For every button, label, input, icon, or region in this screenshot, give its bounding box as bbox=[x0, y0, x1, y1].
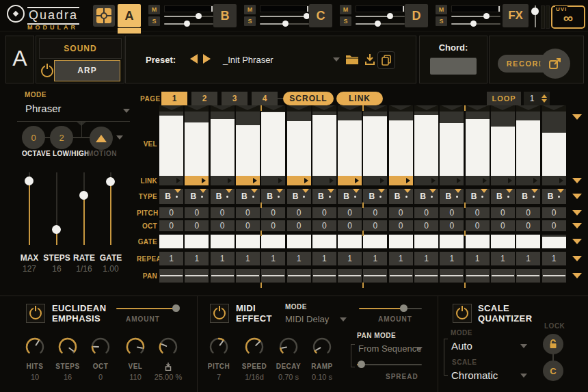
channel-D-tab[interactable]: D bbox=[405, 4, 428, 27]
quantizer-scale-caret[interactable] bbox=[520, 374, 527, 378]
pan-mode-dropdown[interactable]: From Sequence bbox=[358, 343, 422, 354]
mode-dropdown[interactable]: Phraser bbox=[25, 103, 62, 114]
preset-next-button[interactable] bbox=[203, 54, 211, 64]
vel-column-step-6[interactable] bbox=[287, 112, 311, 176]
repeat-cell-step-12[interactable]: 1 bbox=[440, 252, 464, 265]
midi-pitch-knob[interactable]: PITCH7 bbox=[200, 337, 238, 381]
pan-cell-step-8[interactable] bbox=[338, 269, 362, 283]
root-note-button[interactable]: C bbox=[543, 361, 563, 381]
link-cell-step-9[interactable] bbox=[363, 176, 387, 185]
gate-cell-step-14[interactable] bbox=[491, 235, 515, 248]
channel-A-volume-slider[interactable] bbox=[164, 13, 213, 20]
repeat-cell-step-5[interactable]: 1 bbox=[261, 252, 285, 265]
page-2-button[interactable]: 2 bbox=[191, 92, 217, 105]
repeat-cell-step-2[interactable]: 1 bbox=[185, 252, 209, 265]
channel-A-solo-button[interactable]: S bbox=[148, 16, 160, 26]
oct-cell-step-13[interactable]: 0 bbox=[466, 220, 490, 231]
quantizer-scale-dropdown[interactable]: Chromatic bbox=[451, 369, 498, 381]
type-cell-step-16[interactable]: B bbox=[542, 189, 566, 204]
preset-copy-button[interactable] bbox=[377, 51, 395, 69]
pan-cell-step-6[interactable] bbox=[287, 269, 311, 283]
modular-grid-button[interactable] bbox=[93, 5, 115, 27]
vel-bar-step-3[interactable] bbox=[211, 119, 235, 176]
oct-cell-step-14[interactable]: 0 bbox=[491, 220, 515, 231]
vel-bar-step-10[interactable] bbox=[389, 120, 413, 176]
spread-slider[interactable] bbox=[357, 361, 422, 368]
oct-cell-step-11[interactable]: 0 bbox=[414, 220, 438, 231]
pan-cell-step-16[interactable] bbox=[542, 269, 566, 283]
scale-quantizer-power-button[interactable] bbox=[453, 304, 472, 323]
vel-column-step-8[interactable] bbox=[338, 112, 362, 176]
midi-mode-dropdown[interactable]: MIDI Delay bbox=[285, 314, 329, 324]
repeat-cell-step-10[interactable]: 1 bbox=[389, 252, 413, 265]
channel-D-pan-slider[interactable] bbox=[451, 21, 500, 27]
repeat-cell-step-1[interactable]: 1 bbox=[159, 252, 183, 265]
pitch-cell-step-13[interactable]: 0 bbox=[466, 207, 490, 218]
vel-bar-step-12[interactable] bbox=[440, 123, 464, 176]
link-cell-step-10[interactable] bbox=[389, 176, 413, 185]
channel-B-tab[interactable]: B bbox=[213, 4, 237, 27]
vel-bar-step-7[interactable] bbox=[312, 115, 336, 176]
channel-D-solo-button[interactable]: S bbox=[436, 16, 447, 26]
pitch-cell-step-10[interactable]: 0 bbox=[389, 207, 413, 218]
vel-column-step-3[interactable] bbox=[211, 112, 235, 176]
motion-button[interactable] bbox=[90, 127, 113, 150]
vel-bar-step-11[interactable] bbox=[414, 115, 438, 176]
channel-B-volume-slider[interactable] bbox=[260, 13, 309, 20]
steps-slider[interactable] bbox=[51, 172, 62, 245]
repeat-cell-step-3[interactable]: 1 bbox=[211, 252, 235, 265]
channel-C-pan-slider[interactable] bbox=[356, 21, 405, 27]
link-cell-step-3[interactable] bbox=[211, 176, 235, 185]
pitch-cell-step-9[interactable]: 0 bbox=[363, 207, 387, 218]
gate-cell-step-9[interactable] bbox=[363, 235, 387, 248]
channel-A-mute-button[interactable]: M bbox=[148, 5, 160, 14]
gate-slider[interactable] bbox=[105, 172, 116, 245]
vel-bar-step-16[interactable] bbox=[542, 133, 566, 176]
pitch-cell-step-7[interactable]: 0 bbox=[312, 207, 336, 218]
euclidean-amount-slider[interactable] bbox=[116, 304, 176, 312]
gate-cell-step-15[interactable] bbox=[516, 235, 540, 248]
row-options-marker-4[interactable] bbox=[572, 223, 582, 228]
link-cell-step-14[interactable] bbox=[491, 176, 515, 185]
row-options-marker-5[interactable] bbox=[572, 239, 582, 244]
pan-cell-step-3[interactable] bbox=[211, 269, 235, 283]
type-cell-step-6[interactable]: B bbox=[287, 189, 311, 204]
channel-C-tab[interactable]: C bbox=[309, 4, 332, 27]
oct-cell-step-5[interactable]: 0 bbox=[261, 220, 285, 231]
pan-cell-step-4[interactable] bbox=[236, 269, 260, 283]
channel-C-mute-button[interactable]: M bbox=[340, 5, 351, 14]
scroll-button[interactable]: SCROLL bbox=[283, 92, 334, 105]
pitch-cell-step-11[interactable]: 0 bbox=[414, 207, 438, 218]
gate-cell-step-8[interactable] bbox=[338, 235, 362, 248]
type-cell-step-7[interactable]: B bbox=[312, 189, 336, 204]
octave-high-knob[interactable]: 2 bbox=[50, 126, 73, 149]
gate-cell-step-16[interactable] bbox=[542, 235, 566, 248]
vel-column-step-9[interactable] bbox=[363, 112, 387, 176]
oct-cell-step-6[interactable]: 0 bbox=[287, 220, 311, 231]
oct-cell-step-9[interactable]: 0 bbox=[363, 220, 387, 231]
quantizer-mode-caret[interactable] bbox=[520, 344, 527, 348]
max-slider[interactable] bbox=[24, 172, 35, 245]
pan-cell-step-2[interactable] bbox=[185, 269, 209, 283]
pan-mode-caret[interactable] bbox=[416, 347, 423, 351]
type-cell-step-8[interactable]: B bbox=[338, 189, 362, 204]
oct-cell-step-10[interactable]: 0 bbox=[389, 220, 413, 231]
vel-column-step-16[interactable] bbox=[542, 112, 566, 176]
link-cell-step-2[interactable] bbox=[185, 176, 209, 185]
vel-column-step-5[interactable] bbox=[261, 112, 285, 176]
row-options-marker-1[interactable] bbox=[572, 178, 582, 183]
repeat-cell-step-13[interactable]: 1 bbox=[466, 252, 490, 265]
pitch-cell-step-4[interactable]: 0 bbox=[236, 207, 260, 218]
pitch-cell-step-1[interactable]: 0 bbox=[159, 207, 183, 218]
vel-bar-step-5[interactable] bbox=[261, 112, 285, 176]
link-cell-step-11[interactable] bbox=[414, 176, 438, 185]
repeat-cell-step-16[interactable]: 1 bbox=[542, 252, 566, 265]
gate-cell-step-3[interactable] bbox=[211, 235, 235, 248]
loop-spinner-down-icon[interactable] bbox=[542, 99, 547, 103]
vel-bar-step-15[interactable] bbox=[516, 120, 540, 176]
oct-cell-step-3[interactable]: 0 bbox=[211, 220, 235, 231]
vel-column-step-12[interactable] bbox=[440, 112, 464, 176]
channel-A-pan-slider[interactable] bbox=[164, 21, 213, 27]
vel-bar-step-2[interactable] bbox=[185, 122, 209, 176]
channel-C-volume-slider[interactable] bbox=[356, 13, 405, 20]
